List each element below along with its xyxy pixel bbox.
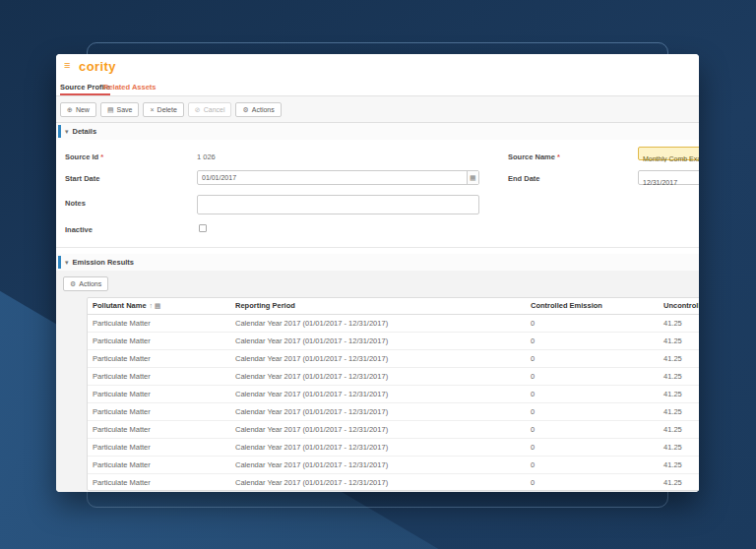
- notes-input[interactable]: [198, 199, 478, 216]
- uncontrolled-emission-cell: 41.25: [659, 332, 699, 349]
- controlled-emission-cell: 0: [526, 456, 659, 473]
- emission-actions-button[interactable]: ⚙ Actions: [63, 276, 108, 291]
- uncontrolled-emission-cell: 41.25: [659, 438, 699, 456]
- inactive-label: Inactive: [65, 225, 93, 234]
- reporting-period-cell: Calendar Year 2017 (01/01/2017 - 12/31/2…: [230, 367, 526, 385]
- reporting-period-cell: Calendar Year 2017 (01/01/2017 - 12/31/2…: [230, 456, 526, 473]
- pollutant-cell: Particulate Matter: [88, 314, 230, 332]
- emission-table-body: Particulate Matter Calendar Year 2017 (0…: [88, 314, 699, 491]
- pollutant-cell: Particulate Matter: [88, 420, 230, 438]
- table-row[interactable]: Particulate Matter Calendar Year 2017 (0…: [88, 314, 699, 332]
- emission-results-section-header[interactable]: ▾ Emission Results: [56, 254, 699, 271]
- emission-results-table: Pollutant Name↑▤ Reporting Period Contro…: [88, 298, 699, 491]
- column-reporting-period[interactable]: Reporting Period: [230, 298, 526, 314]
- end-date-input[interactable]: [639, 176, 699, 189]
- pollutant-cell: Particulate Matter: [88, 456, 230, 473]
- controlled-emission-cell: 0: [526, 402, 659, 420]
- cancel-icon: ⊘: [195, 106, 201, 113]
- controlled-emission-cell: 0: [526, 420, 659, 438]
- table-row[interactable]: Particulate Matter Calendar Year 2017 (0…: [88, 473, 699, 491]
- start-date-label: Start Date: [65, 174, 99, 183]
- uncontrolled-emission-cell: 41.25: [659, 385, 699, 402]
- section-accent-bar: [58, 256, 61, 269]
- save-button[interactable]: ▤ Save: [100, 102, 140, 117]
- tab-related-assets[interactable]: Related Assets: [103, 82, 157, 95]
- end-date-field: [638, 170, 699, 185]
- save-button-label: Save: [117, 106, 133, 113]
- table-row[interactable]: Particulate Matter Calendar Year 2017 (0…: [88, 367, 699, 385]
- app-header: ≡ cority: [56, 54, 699, 80]
- reporting-period-cell: Calendar Year 2017 (01/01/2017 - 12/31/2…: [230, 473, 526, 491]
- sort-ascending-icon[interactable]: ↑: [150, 302, 154, 309]
- section-divider: [56, 247, 699, 248]
- desktop-background: ≡ cority Source Profile Related Assets ⊕…: [0, 0, 756, 549]
- notes-field: [197, 195, 479, 214]
- uncontrolled-emission-cell: 41.25: [659, 420, 699, 438]
- new-icon: ⊕: [67, 106, 73, 113]
- column-controlled-emission[interactable]: Controlled Emission: [526, 298, 659, 314]
- controlled-emission-cell: 0: [526, 438, 659, 456]
- cancel-button[interactable]: ⊘ Cancel: [188, 102, 232, 117]
- pollutant-cell: Particulate Matter: [88, 367, 230, 385]
- reporting-period-cell: Calendar Year 2017 (01/01/2017 - 12/31/2…: [230, 314, 526, 332]
- actions-button[interactable]: ⚙ Actions: [235, 102, 281, 117]
- source-name-input[interactable]: [639, 153, 699, 165]
- reporting-period-cell: Calendar Year 2017 (01/01/2017 - 12/31/2…: [230, 332, 526, 349]
- controlled-emission-cell: 0: [526, 385, 659, 402]
- source-id-label-text: Source Id: [65, 152, 98, 161]
- cority-logo: cority: [79, 59, 116, 74]
- delete-button[interactable]: × Delete: [143, 102, 183, 117]
- start-date-input[interactable]: [198, 171, 467, 184]
- uncontrolled-emission-cell: 41.25: [659, 314, 699, 332]
- table-row[interactable]: Particulate Matter Calendar Year 2017 (0…: [88, 456, 699, 473]
- collapse-chevron-icon[interactable]: ▾: [65, 259, 69, 267]
- table-row[interactable]: Particulate Matter Calendar Year 2017 (0…: [88, 349, 699, 367]
- source-name-label-text: Source Name: [508, 152, 555, 161]
- new-button[interactable]: ⊕ New: [60, 102, 96, 117]
- controlled-emission-cell: 0: [526, 367, 659, 385]
- reporting-period-cell: Calendar Year 2017 (01/01/2017 - 12/31/2…: [230, 438, 526, 456]
- reporting-period-cell: Calendar Year 2017 (01/01/2017 - 12/31/2…: [230, 402, 526, 420]
- uncontrolled-emission-cell: 41.25: [659, 456, 699, 473]
- source-name-label: Source Name*: [508, 152, 560, 161]
- gear-icon: ⚙: [70, 280, 76, 287]
- end-date-label: End Date: [508, 174, 540, 183]
- controlled-emission-cell: 0: [526, 473, 659, 491]
- new-button-label: New: [76, 106, 90, 113]
- pollutant-cell: Particulate Matter: [88, 332, 230, 349]
- uncontrolled-emission-cell: 41.25: [659, 402, 699, 420]
- details-section-header[interactable]: ▾ Details: [56, 123, 699, 140]
- source-id-label: Source Id*: [65, 152, 103, 161]
- source-name-field: [638, 147, 699, 160]
- pollutant-cell: Particulate Matter: [88, 473, 230, 491]
- pollutant-cell: Particulate Matter: [88, 438, 230, 456]
- uncontrolled-emission-cell: 41.25: [659, 367, 699, 385]
- table-row[interactable]: Particulate Matter Calendar Year 2017 (0…: [88, 420, 699, 438]
- section-accent-bar: [58, 125, 61, 138]
- save-icon: ▤: [107, 106, 114, 113]
- delete-icon: ×: [150, 106, 154, 113]
- inactive-checkbox[interactable]: [199, 224, 207, 232]
- reporting-period-cell: Calendar Year 2017 (01/01/2017 - 12/31/2…: [230, 420, 526, 438]
- table-row[interactable]: Particulate Matter Calendar Year 2017 (0…: [88, 438, 699, 456]
- pollutant-cell: Particulate Matter: [88, 385, 230, 402]
- reporting-period-cell: Calendar Year 2017 (01/01/2017 - 12/31/2…: [230, 349, 526, 367]
- column-pollutant-name[interactable]: Pollutant Name↑▤: [88, 298, 230, 314]
- start-date-field: ▦: [197, 170, 479, 185]
- app-window: ≡ cority Source Profile Related Assets ⊕…: [56, 54, 699, 492]
- table-row[interactable]: Particulate Matter Calendar Year 2017 (0…: [88, 402, 699, 420]
- table-row[interactable]: Particulate Matter Calendar Year 2017 (0…: [88, 332, 699, 349]
- collapse-chevron-icon[interactable]: ▾: [65, 128, 69, 136]
- hamburger-menu-icon[interactable]: ≡: [64, 60, 70, 71]
- emission-results-section-title: Emission Results: [73, 258, 135, 267]
- calendar-icon[interactable]: ▦: [467, 171, 478, 184]
- table-header-row: Pollutant Name↑▤ Reporting Period Contro…: [88, 298, 699, 314]
- pollutant-cell: Particulate Matter: [88, 349, 230, 367]
- filter-icon[interactable]: ▤: [155, 302, 160, 309]
- table-row[interactable]: Particulate Matter Calendar Year 2017 (0…: [88, 385, 699, 402]
- details-form: Source Id* 1 026 Source Name* Start Date…: [56, 140, 699, 247]
- gear-icon: ⚙: [242, 106, 248, 113]
- column-uncontrolled-emission[interactable]: Uncontrolled Emission: [659, 298, 699, 314]
- source-id-value: 1 026: [197, 152, 216, 161]
- actions-button-label: Actions: [252, 106, 275, 113]
